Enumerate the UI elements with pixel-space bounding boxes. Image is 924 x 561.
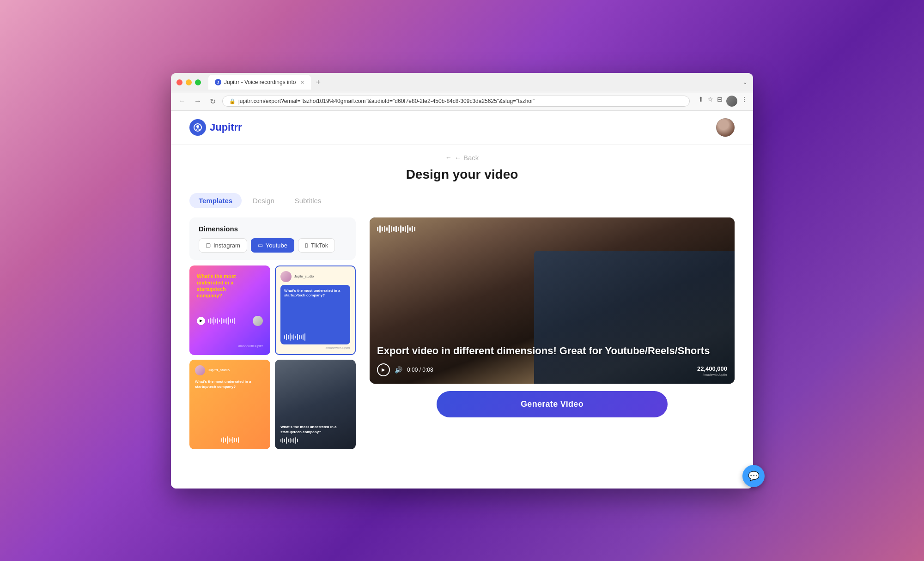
video-title-text: Export video in different dimensions! Gr… bbox=[377, 344, 727, 358]
video-preview: Export video in different dimensions! Gr… bbox=[370, 217, 735, 384]
template-1-text: What's the most underrated in a startup/… bbox=[197, 273, 243, 299]
minimize-window-button[interactable] bbox=[186, 79, 192, 85]
user-avatar[interactable] bbox=[716, 118, 735, 137]
tab-close-button[interactable]: ✕ bbox=[300, 79, 304, 85]
template-card-2[interactable]: Jupitrr_studio What's the most underrate… bbox=[275, 265, 356, 355]
dimensions-title: Dimensions bbox=[199, 225, 346, 233]
template-1-bars bbox=[208, 317, 235, 325]
template-2-username: Jupitrr_studio bbox=[294, 275, 314, 278]
dimension-instagram-button[interactable]: ▢ Instagram bbox=[199, 238, 247, 253]
template-card-3[interactable]: Jupitrr_studio What's the most underrate… bbox=[189, 360, 270, 449]
video-overlay-content: Export video in different dimensions! Gr… bbox=[370, 217, 735, 384]
template-card-1[interactable]: What's the most underrated in a startup/… bbox=[189, 265, 270, 355]
video-time: 0:00 / 0:08 bbox=[407, 367, 433, 373]
video-volume-icon[interactable]: 🔊 bbox=[395, 366, 402, 374]
dimension-tiktok-button[interactable]: ▯ TikTok bbox=[298, 238, 335, 253]
back-nav-button[interactable]: ← bbox=[176, 96, 188, 106]
content-grid: Dimensions ▢ Instagram ▭ Youtube bbox=[189, 217, 735, 475]
tiktok-label: TikTok bbox=[311, 242, 328, 249]
video-controls: ▶ 🔊 0:00 / 0:08 bbox=[377, 363, 727, 376]
main-area: ← ← Back Design your video Templates Des… bbox=[171, 145, 753, 489]
template-3-username: Jupitrr_studio bbox=[208, 368, 230, 372]
template-card-4[interactable]: What's the most underrated in a startup/… bbox=[275, 360, 356, 449]
template-1-waveform: ▶ bbox=[197, 316, 263, 326]
browser-window: J Jupitrr - Voice recordings into ✕ + ⌄ … bbox=[171, 73, 753, 489]
tab-manager-icon[interactable]: ⊟ bbox=[717, 96, 723, 107]
logo[interactable]: Jupitrr bbox=[189, 119, 242, 136]
bookmark-icon[interactable]: ☆ bbox=[707, 96, 713, 107]
back-arrow-icon: ← bbox=[445, 154, 452, 161]
new-tab-button[interactable]: + bbox=[313, 78, 323, 87]
tab-subtitles[interactable]: Subtitles bbox=[286, 193, 331, 208]
chat-icon: 💬 bbox=[748, 471, 760, 482]
browser-menu-icon[interactable]: ⋮ bbox=[741, 96, 748, 107]
dimensions-buttons: ▢ Instagram ▭ Youtube ▯ TikTok bbox=[199, 238, 346, 253]
tiktok-icon: ▯ bbox=[305, 242, 308, 248]
tab-templates[interactable]: Templates bbox=[189, 193, 242, 208]
template-1-play-icon: ▶ bbox=[197, 317, 205, 325]
reload-button[interactable]: ↻ bbox=[208, 96, 218, 107]
template-3-waveform bbox=[195, 436, 265, 444]
back-label: ← Back bbox=[455, 154, 479, 162]
tab-design[interactable]: Design bbox=[243, 193, 284, 208]
template-3-avatar bbox=[195, 365, 205, 375]
templates-grid: What's the most underrated in a startup/… bbox=[189, 265, 356, 450]
template-3-header: Jupitrr_studio bbox=[195, 365, 265, 375]
left-panel: Dimensions ▢ Instagram ▭ Youtube bbox=[189, 217, 356, 475]
lock-icon: 🔒 bbox=[229, 98, 236, 104]
browser-titlebar: J Jupitrr - Voice recordings into ✕ + ⌄ bbox=[171, 73, 753, 92]
tab-bar: J Jupitrr - Voice recordings into ✕ + bbox=[208, 75, 739, 90]
logo-text: Jupitrr bbox=[210, 121, 242, 133]
browser-tab-active[interactable]: J Jupitrr - Voice recordings into ✕ bbox=[208, 75, 311, 90]
back-link[interactable]: ← ← Back bbox=[445, 154, 479, 162]
browser-profile-icon[interactable] bbox=[726, 96, 737, 107]
template-4-text: What's the most underrated in a startup/… bbox=[280, 424, 350, 434]
template-1-avatar bbox=[253, 316, 263, 326]
instagram-icon: ▢ bbox=[206, 242, 211, 248]
address-actions: ⬆ ☆ ⊟ ⋮ bbox=[698, 96, 748, 107]
url-text: jupitrr.com/export?email="tszhoi1019%40g… bbox=[238, 98, 535, 104]
template-2-waveform bbox=[284, 331, 346, 341]
youtube-icon: ▭ bbox=[258, 242, 263, 248]
video-watermark: #madewithJupitrr bbox=[697, 373, 727, 376]
template-3-text: What's the most underrated in a startup/… bbox=[195, 379, 265, 433]
dimensions-box: Dimensions ▢ Instagram ▭ Youtube bbox=[189, 217, 356, 260]
traffic-lights bbox=[176, 79, 201, 85]
navbar: Jupitrr bbox=[171, 111, 753, 145]
template-2-content: What's the most underrated in a startup/… bbox=[280, 285, 350, 344]
share-icon[interactable]: ⬆ bbox=[698, 96, 704, 107]
template-2-text: What's the most underrated in a startup/… bbox=[284, 289, 346, 298]
maximize-window-button[interactable] bbox=[195, 79, 201, 85]
logo-icon bbox=[189, 119, 206, 136]
tab-menu-button[interactable]: ⌄ bbox=[743, 79, 748, 85]
dimension-youtube-button[interactable]: ▭ Youtube bbox=[251, 238, 294, 253]
video-waveform-top bbox=[377, 225, 415, 233]
template-4-waveform bbox=[280, 437, 350, 444]
youtube-label: Youtube bbox=[266, 242, 287, 249]
page-title: Design your video bbox=[189, 167, 735, 182]
forward-nav-button[interactable]: → bbox=[192, 96, 203, 106]
close-window-button[interactable] bbox=[176, 79, 182, 85]
chat-bubble-button[interactable]: 💬 bbox=[742, 465, 765, 487]
video-play-button[interactable]: ▶ bbox=[377, 363, 390, 376]
instagram-label: Instagram bbox=[213, 242, 240, 249]
tab-favicon: J bbox=[215, 79, 221, 85]
template-2-header: Jupitrr_studio bbox=[280, 271, 350, 282]
right-panel: Export video in different dimensions! Gr… bbox=[370, 217, 735, 475]
template-2-avatar bbox=[280, 271, 292, 282]
video-views-count: 22,400,000 bbox=[697, 365, 727, 372]
generate-video-button[interactable]: Generate Video bbox=[437, 391, 668, 417]
avatar-image bbox=[716, 118, 735, 137]
video-views-overlay: 22,400,000 #madewithJupitrr bbox=[697, 365, 727, 376]
svg-point-1 bbox=[196, 125, 199, 128]
address-bar[interactable]: 🔒 jupitrr.com/export?email="tszhoi1019%4… bbox=[222, 96, 690, 107]
tabs-bar: Templates Design Subtitles bbox=[189, 193, 735, 208]
browser-addressbar: ← → ↻ 🔒 jupitrr.com/export?email="tszhoi… bbox=[171, 92, 753, 111]
page-content: Jupitrr ← ← Back Design your video Templ… bbox=[171, 111, 753, 489]
template-2-watermark: #madewithJupitrr bbox=[280, 346, 350, 350]
template-1-watermark: #madewithJupitrr bbox=[197, 344, 263, 348]
tab-title: Jupitrr - Voice recordings into bbox=[224, 79, 296, 85]
